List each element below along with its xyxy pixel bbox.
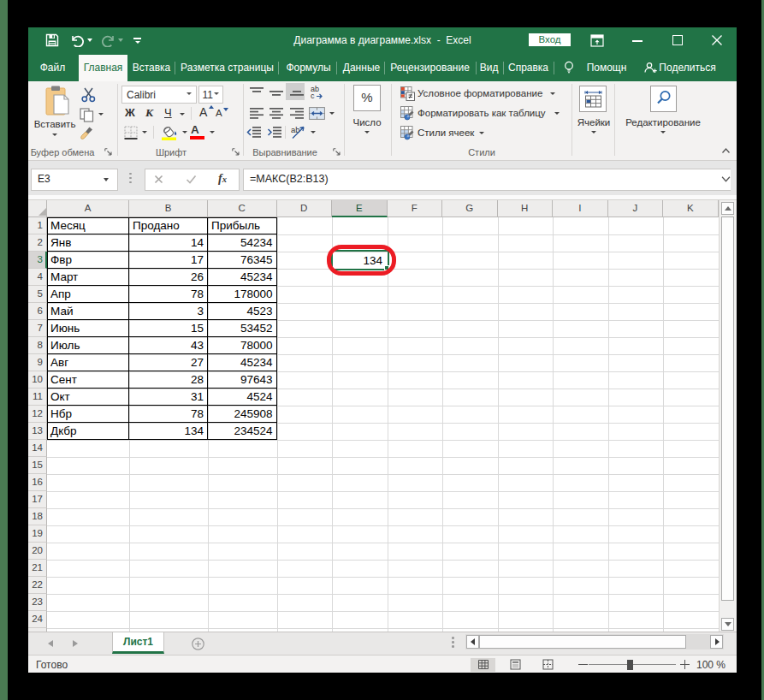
svg-text:c: c bbox=[311, 92, 315, 100]
